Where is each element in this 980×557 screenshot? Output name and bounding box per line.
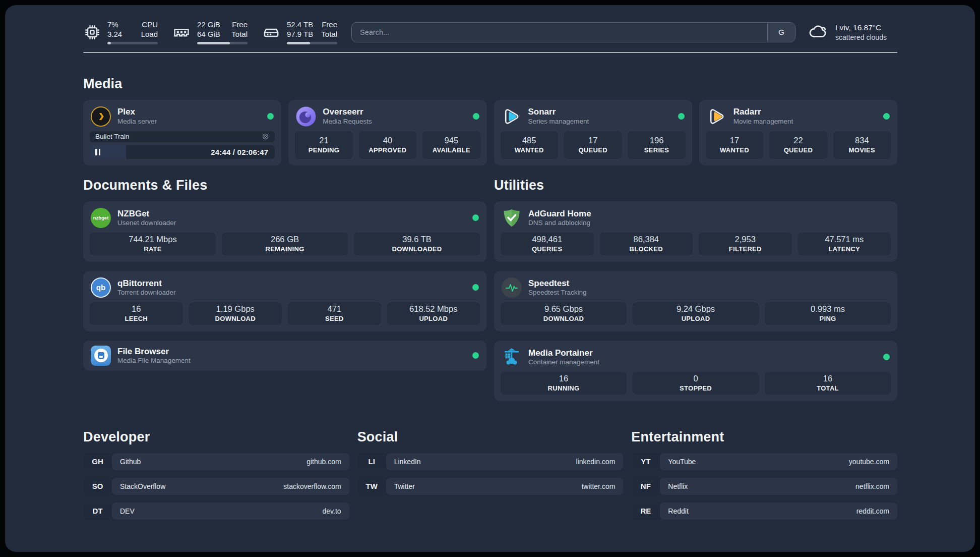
search-input[interactable] (352, 23, 767, 42)
stat-label: WANTED (720, 146, 749, 154)
stat-tile: 9.24 GbpsUPLOAD (633, 302, 759, 325)
card-sonarr[interactable]: Sonarr Series management 485WANTED 17QUE… (494, 100, 692, 165)
stat-value: 1.19 Gbps (216, 304, 255, 314)
service-name: qBittorrent (117, 278, 176, 289)
status-dot (267, 113, 274, 120)
stat-value: 0.993 ms (811, 304, 845, 314)
stat-value: 39.6 TB (402, 235, 431, 244)
service-name: AdGuard Home (528, 208, 591, 219)
stat-value: 945 (445, 136, 459, 145)
stat-label: APPROVED (369, 146, 406, 154)
memory-free-label: Free (231, 20, 248, 30)
bookmark-url: twitter.com (581, 482, 615, 490)
service-name: File Browser (117, 346, 191, 357)
cpu-progress-track (107, 42, 158, 44)
service-subtitle: DNS and adblocking (528, 219, 591, 228)
bookmark-url: netflix.com (855, 482, 889, 490)
dashboard-page: 7% 3.24 CPU Load (0, 0, 980, 557)
bookmark-twitter[interactable]: TW Twittertwitter.com (357, 478, 624, 495)
card-portainer[interactable]: Media Portainer Container management 16R… (494, 341, 897, 401)
stat-value: 22 (793, 136, 803, 145)
disk-progress-fill (287, 42, 310, 44)
service-subtitle: Usenet downloader (117, 219, 176, 228)
memory-stat: 22 GiB 64 GiB Free Total (172, 20, 248, 44)
pause-icon[interactable] (95, 149, 100, 155)
stat-tile: 834MOVIES (833, 131, 891, 159)
bookmark-url: dev.to (323, 507, 341, 515)
stat-value: 21 (319, 136, 328, 145)
bookmark-reddit[interactable]: RE Redditreddit.com (631, 503, 897, 520)
card-adguard[interactable]: AdGuard Home DNS and adblocking 498,461Q… (494, 201, 897, 262)
bookmark-youtube[interactable]: YT YouTubeyoutube.com (631, 453, 897, 470)
overseerr-icon (296, 106, 316, 127)
stat-tile: 744.21 MbpsRATE (90, 233, 216, 255)
disk-progress-track (287, 42, 337, 44)
stat-label: LATENCY (828, 245, 860, 253)
stat-label: DOWNLOAD (215, 315, 256, 322)
cpu-stat: 7% 3.24 CPU Load (83, 20, 158, 44)
stat-tile: 9.65 GbpsDOWNLOAD (501, 302, 627, 325)
card-radarr[interactable]: Radarr Movie management 17WANTED 22QUEUE… (699, 100, 897, 165)
stat-value: 485 (522, 136, 536, 145)
bookmark-name: Github (120, 458, 141, 466)
social-column: Social LI LinkedInlinkedin.com TW Twitte… (357, 429, 624, 520)
stat-label: PENDING (309, 146, 339, 154)
stat-value: 47.571 ms (825, 235, 864, 244)
documents-column: Documents & Files nzbget NZBGet Usenet d… (83, 178, 486, 401)
bookmark-github[interactable]: GH Githubgithub.com (83, 453, 349, 470)
bookmark-name: Reddit (668, 507, 688, 515)
search-bar[interactable]: G (351, 22, 795, 42)
stat-value: 40 (383, 136, 392, 145)
stat-tile: 39.6 TBDOWNLOADED (354, 233, 480, 255)
stat-label: BLOCKED (630, 245, 663, 253)
bookmark-dev[interactable]: DT DEVdev.to (83, 503, 349, 520)
disk-total-label: Total (321, 30, 337, 39)
bookmark-name: LinkedIn (394, 458, 421, 466)
bookmark-stackoverflow[interactable]: SO StackOverflowstackoverflow.com (83, 478, 349, 495)
status-dot (472, 284, 479, 291)
disc-icon[interactable] (262, 133, 269, 140)
card-qbittorrent[interactable]: qb qBittorrent Torrent downloader 16LEEC… (83, 271, 486, 331)
stat-tile: 16TOTAL (765, 372, 891, 395)
stat-label: DOWNLOAD (543, 315, 584, 322)
stat-label: UPLOAD (682, 315, 710, 322)
nzbget-icon-text: nzbget (93, 215, 109, 220)
bookmark-name: Netflix (668, 482, 688, 490)
stat-value: 86,384 (634, 235, 659, 244)
stat-label: RUNNING (548, 384, 580, 392)
service-name: NZBGet (117, 208, 176, 219)
utilities-column: Utilities AdGuard Home DNS and adblockin… (494, 178, 897, 401)
bookmark-linkedin[interactable]: LI LinkedInlinkedin.com (357, 453, 624, 470)
stat-label: MOVIES (849, 146, 875, 154)
stat-value: 834 (855, 136, 869, 145)
card-speedtest[interactable]: Speedtest Speedtest Tracking 9.65 GbpsDO… (494, 271, 897, 331)
search-engine-button[interactable]: G (767, 23, 795, 42)
playback-time: 24:44 / 02:06:47 (211, 148, 268, 156)
bookmark-name: YouTube (668, 458, 696, 466)
stat-tile: 17WANTED (706, 131, 763, 159)
adguard-icon (502, 208, 522, 228)
stat-label: LEECH (125, 315, 148, 322)
bookmark-abbr: SO (83, 478, 112, 495)
stat-tile: 498,461QUERIES (501, 233, 594, 255)
section-title-utilities: Utilities (494, 178, 897, 193)
disk-stat: 52.4 TB 97.9 TB Free Total (262, 20, 337, 44)
status-dot (473, 113, 479, 120)
bookmark-netflix[interactable]: NF Netflixnetflix.com (631, 478, 897, 495)
stat-tile: 2,953FILTERED (699, 233, 792, 255)
stat-label: AVAILABLE (433, 146, 470, 154)
stat-tile: 17QUEUED (564, 131, 622, 159)
speedtest-icon (502, 277, 522, 298)
stat-tile: 40APPROVED (359, 131, 416, 159)
card-plex[interactable]: Plex Media server Bullet Train 24:44 / 0… (83, 100, 281, 165)
qbittorrent-icon-text: qb (96, 283, 105, 292)
card-overseerr[interactable]: Overseerr Media Requests 21PENDING 40APP… (288, 100, 486, 165)
bookmark-abbr: NF (631, 478, 660, 495)
bookmark-url: github.com (307, 458, 341, 466)
card-nzbget[interactable]: nzbget NZBGet Usenet downloader 744.21 M… (83, 201, 486, 262)
service-subtitle: Torrent downloader (117, 289, 176, 297)
card-filebrowser[interactable]: File Browser Media File Management (83, 341, 486, 371)
media-grid: Plex Media server Bullet Train 24:44 / 0… (83, 100, 897, 165)
playback-progress-bar[interactable]: 24:44 / 02:06:47 (90, 145, 275, 159)
cpu-icon (83, 23, 101, 41)
